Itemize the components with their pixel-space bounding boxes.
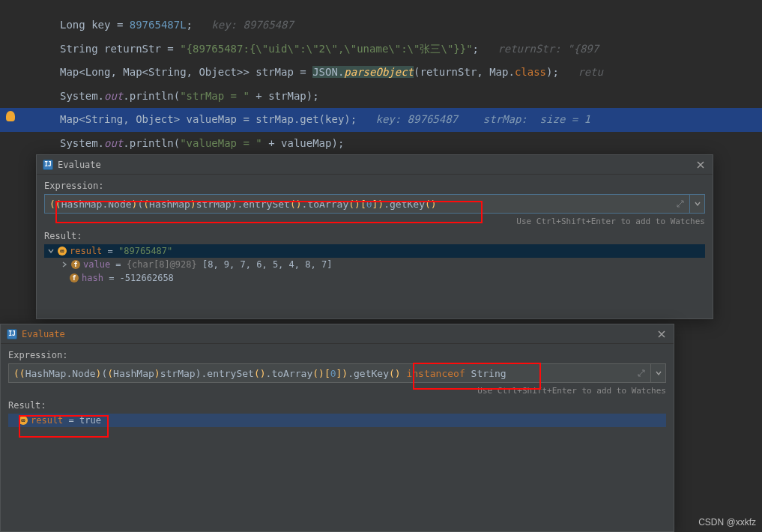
code-line: System.out.println("strMap = " + strMap)… xyxy=(0,85,762,109)
chevron-down-icon[interactable] xyxy=(47,248,55,254)
code-line: String returnStr = "{89765487:{\"uid\":\… xyxy=(0,37,762,61)
watermark: CSDN @xxkfz xyxy=(698,517,756,528)
close-icon[interactable] xyxy=(656,328,668,340)
code-editor[interactable]: Long key = 89765487L; key: 89765487 Stri… xyxy=(0,0,762,163)
result-label: Result: xyxy=(8,400,666,411)
panel-title: Evaluate xyxy=(58,160,101,170)
ij-logo-icon: IJ xyxy=(43,160,53,170)
shortcut-hint: Use Ctrl+Shift+Enter to add to Watches xyxy=(8,386,666,396)
code-line-active: Map<String, Object> valueMap = strMap.ge… xyxy=(0,108,762,132)
code-line: System.out.println("valueMap = " + value… xyxy=(0,132,762,156)
expression-input[interactable]: ((HashMap.Node)((HashMap)strMap).entrySe… xyxy=(8,363,651,383)
field-node-icon: f xyxy=(71,260,80,269)
history-dropdown-icon[interactable] xyxy=(690,194,705,214)
code-line: Map<Long, Map<String, Object>> strMap = … xyxy=(0,61,762,85)
panel-title: Evaluate xyxy=(22,329,65,339)
result-row[interactable]: f value = {char[8]@928} [8, 9, 7, 6, 5, … xyxy=(44,258,705,271)
chevron-right-icon[interactable] xyxy=(61,262,68,267)
evaluate-panel: IJ Evaluate Expression: ((HashMap.Node)(… xyxy=(36,154,713,319)
history-dropdown-icon[interactable] xyxy=(651,363,666,383)
result-label: Result: xyxy=(44,231,705,241)
expression-input[interactable]: ((HashMap.Node)((HashMap)strMap).entrySe… xyxy=(44,194,690,214)
ij-logo-icon: IJ xyxy=(7,329,17,339)
expand-icon[interactable] xyxy=(676,199,685,208)
panel-titlebar[interactable]: IJ Evaluate xyxy=(1,324,674,344)
evaluate-panel: IJ Evaluate Expression: ((HashMap.Node)(… xyxy=(0,324,674,532)
close-icon[interactable] xyxy=(695,159,707,171)
result-row[interactable]: f hash = -512662658 xyxy=(44,271,705,285)
result-node-icon: ∞ xyxy=(19,416,28,425)
shortcut-hint: Use Ctrl+Shift+Enter to add to Watches xyxy=(44,217,705,226)
expand-icon[interactable] xyxy=(637,369,646,378)
panel-titlebar[interactable]: IJ Evaluate xyxy=(37,155,713,175)
result-node-icon: ∞ xyxy=(58,247,67,256)
field-node-icon: f xyxy=(70,273,79,282)
intention-bulb-icon[interactable] xyxy=(6,111,15,121)
expression-label: Expression: xyxy=(8,350,666,360)
result-row[interactable]: ∞ result = "89765487" xyxy=(44,244,705,258)
code-line: Long key = 89765487L; key: 89765487 xyxy=(0,13,762,37)
expression-label: Expression: xyxy=(44,181,705,191)
result-row[interactable]: ∞ result = true xyxy=(8,414,666,427)
